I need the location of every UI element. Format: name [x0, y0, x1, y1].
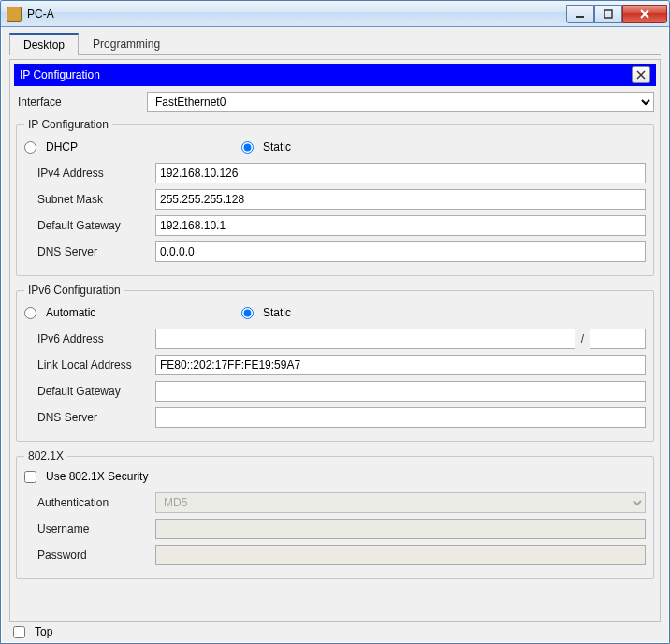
ipv6-dns-input[interactable] — [155, 407, 646, 428]
username-input[interactable] — [155, 519, 646, 539]
use-8021x-label[interactable]: Use 802.1X Security — [24, 470, 646, 483]
ipv6-auto-radio[interactable] — [24, 307, 36, 319]
ipv4-address-label: IPv4 Address — [24, 167, 155, 180]
app-window: PC-A Desktop Programming IP Configuratio… — [0, 0, 670, 644]
interface-select[interactable]: FastEthernet0 — [147, 92, 654, 112]
dhcp-radio[interactable] — [24, 141, 36, 154]
dns-server-label: DNS Server — [24, 245, 155, 258]
ipv4-legend: IP Configuration — [24, 118, 112, 131]
ipv6-gateway-label: Default Gateway — [24, 385, 155, 398]
panel-title: IP Configuration — [20, 68, 100, 81]
password-label: Password — [24, 549, 155, 562]
ipv6-auto-radio-label[interactable]: Automatic — [24, 306, 236, 319]
ipv6-legend: IPv6 Configuration — [24, 284, 124, 297]
subnet-mask-input[interactable] — [155, 189, 646, 210]
link-local-label: Link Local Address — [24, 359, 155, 372]
ipv4-address-input[interactable] — [155, 163, 646, 183]
tab-desktop[interactable]: Desktop — [9, 33, 79, 55]
svg-rect-1 — [604, 10, 612, 18]
top-checkbox[interactable] — [13, 626, 25, 638]
client-area: Desktop Programming IP Configuration Int… — [1, 27, 669, 643]
minimize-button[interactable] — [566, 5, 594, 23]
ipv6-address-label: IPv6 Address — [24, 332, 155, 345]
dot1x-fieldset: 802.1X Use 802.1X Security Authenticatio… — [16, 449, 654, 579]
panel-close-button[interactable] — [632, 66, 650, 83]
username-label: Username — [24, 522, 155, 535]
ipv4-fieldset: IP Configuration DHCP Static IPv4 Addres… — [16, 118, 654, 276]
ipv6-gateway-input[interactable] — [155, 381, 646, 402]
panel-header: IP Configuration — [14, 64, 656, 86]
titlebar[interactable]: PC-A — [1, 1, 669, 27]
app-icon — [7, 7, 22, 22]
dhcp-radio-label[interactable]: DHCP — [24, 140, 236, 154]
dns-server-input[interactable] — [155, 242, 646, 262]
default-gateway-input[interactable] — [155, 215, 646, 236]
use-8021x-checkbox[interactable] — [24, 471, 36, 483]
top-checkbox-label[interactable]: Top — [13, 625, 52, 638]
default-gateway-label: Default Gateway — [24, 219, 155, 232]
maximize-button[interactable] — [594, 5, 622, 23]
close-button[interactable] — [622, 5, 667, 23]
auth-select[interactable]: MD5 — [155, 492, 646, 513]
link-local-input[interactable] — [155, 355, 646, 375]
ipv6-address-input[interactable] — [155, 329, 575, 349]
ipv6-static-radio[interactable] — [241, 307, 254, 319]
ipv6-prefix-input[interactable] — [590, 329, 646, 349]
auth-label: Authentication — [24, 496, 155, 509]
window-title: PC-A — [27, 7, 566, 21]
dot1x-legend: 802.1X — [24, 449, 67, 462]
interface-label: Interface — [16, 95, 147, 109]
ipv6-dns-label: DNS Server — [24, 411, 155, 424]
password-input[interactable] — [155, 545, 646, 565]
config-panel: IP Configuration Interface FastEthernet0… — [9, 59, 661, 622]
ipv6-fieldset: IPv6 Configuration Automatic Static IPv6… — [16, 284, 654, 442]
static-radio[interactable] — [241, 141, 254, 154]
tabstrip: Desktop Programming — [9, 33, 661, 55]
static-radio-label[interactable]: Static — [241, 140, 291, 154]
bottom-bar: Top — [9, 622, 661, 638]
ipv6-slash: / — [581, 332, 584, 345]
tab-programming[interactable]: Programming — [79, 33, 174, 54]
subnet-mask-label: Subnet Mask — [24, 193, 155, 206]
ipv6-static-radio-label[interactable]: Static — [241, 306, 291, 319]
